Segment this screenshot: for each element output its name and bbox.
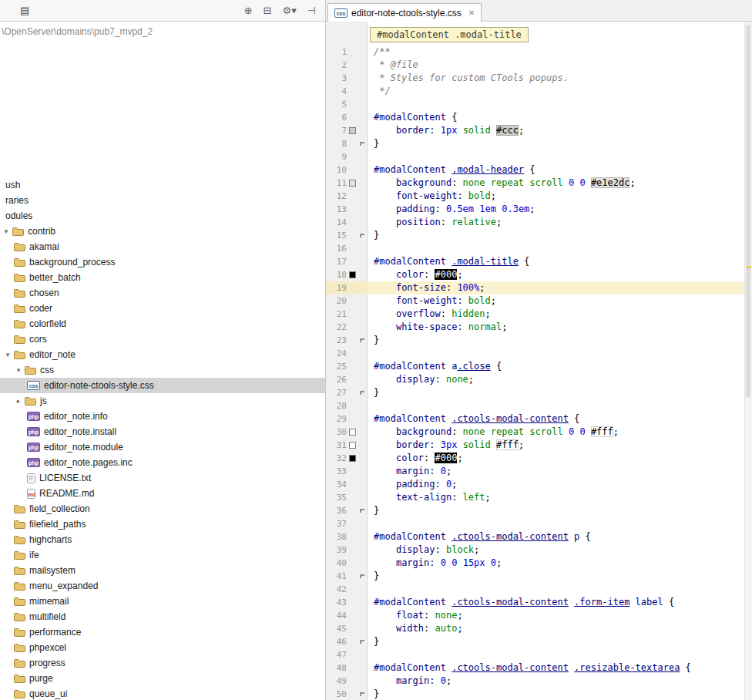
line-number[interactable]: 27: [326, 388, 347, 398]
tree-item-coder[interactable]: coder: [0, 301, 325, 316]
code-line[interactable]: 39 display: block;: [326, 544, 744, 557]
line-number[interactable]: 17: [326, 257, 347, 267]
gutter[interactable]: 31: [326, 439, 368, 452]
code-line[interactable]: 23}: [326, 334, 744, 347]
tree-item-js[interactable]: ▸js: [0, 393, 325, 409]
line-number[interactable]: 45: [326, 624, 347, 634]
line-number[interactable]: 28: [326, 401, 347, 411]
line-number[interactable]: 15: [326, 231, 347, 241]
line-number[interactable]: 23: [326, 335, 347, 345]
code-line[interactable]: 20 font-weight: bold;: [326, 294, 744, 308]
line-number[interactable]: 10: [326, 165, 347, 175]
code-line[interactable]: 15}: [326, 229, 744, 242]
tree-item-odules[interactable]: odules: [0, 208, 325, 224]
tree-item-editor-note-module[interactable]: phpeditor_note.module: [0, 439, 325, 455]
code-line[interactable]: 50}: [326, 688, 744, 700]
gutter[interactable]: 22: [326, 321, 368, 334]
gutter[interactable]: 19: [326, 281, 368, 294]
gutter[interactable]: 34: [326, 478, 368, 491]
code-line[interactable]: 19 font-size: 100%;: [326, 281, 744, 294]
tree-item-akamai[interactable]: akamai: [0, 239, 325, 254]
gutter[interactable]: 32: [326, 452, 368, 465]
code-line[interactable]: 13 padding: 0.5em 1em 0.3em;: [326, 203, 744, 216]
fold-marker-icon[interactable]: [360, 142, 364, 146]
code-line[interactable]: 37: [326, 517, 744, 530]
fold-marker-icon[interactable]: [360, 692, 364, 696]
line-number[interactable]: 36: [326, 506, 347, 516]
line-number[interactable]: 16: [326, 244, 347, 254]
code-line[interactable]: 3 * Styles for custom CTools popups.: [326, 72, 744, 85]
gutter[interactable]: 13: [326, 203, 368, 216]
code-line[interactable]: 5: [326, 98, 744, 111]
code-line[interactable]: 25#modalContent a.close {: [326, 360, 744, 373]
line-number[interactable]: 33: [326, 466, 347, 476]
tree-item-mimemail[interactable]: mimemail: [0, 594, 325, 609]
code-line[interactable]: 11 background: none repeat scroll 0 0 #e…: [326, 177, 744, 190]
code-line[interactable]: 34 padding: 0;: [326, 478, 744, 491]
code-line[interactable]: 48#modalContent .ctools-modal-content .r…: [326, 661, 744, 675]
fold-marker-icon[interactable]: [360, 574, 364, 578]
gutter[interactable]: 20: [326, 294, 368, 308]
gutter[interactable]: 48: [326, 661, 368, 675]
line-number[interactable]: 26: [326, 375, 347, 385]
tree-item-editor-note-info[interactable]: phpeditor_note.info: [0, 409, 325, 424]
gutter[interactable]: 8: [326, 137, 368, 150]
code-line[interactable]: 4 */: [326, 85, 744, 98]
line-number[interactable]: 12: [326, 191, 347, 201]
gutter[interactable]: 15: [326, 229, 368, 242]
fold-marker-icon[interactable]: [360, 391, 364, 395]
line-number[interactable]: 21: [326, 309, 347, 319]
fold-marker-icon[interactable]: [360, 640, 364, 644]
gutter[interactable]: 9: [326, 150, 368, 163]
code-line[interactable]: 38#modalContent .ctools-modal-content p …: [326, 530, 744, 544]
code-line[interactable]: 17#modalContent .modal-title {: [326, 255, 744, 268]
tree-item-ush[interactable]: ush: [0, 177, 325, 193]
gutter[interactable]: 6: [326, 111, 368, 124]
code-line[interactable]: 18 color: #000;: [326, 268, 744, 281]
color-swatch[interactable]: [350, 128, 355, 133]
line-number[interactable]: 46: [326, 637, 347, 647]
tree-item-css[interactable]: ▾css: [0, 362, 325, 378]
line-number[interactable]: 1: [326, 47, 347, 57]
code-line[interactable]: 24: [326, 347, 744, 360]
line-number[interactable]: 8: [326, 139, 347, 149]
editor-area[interactable]: 1/**2 * @file3 * Styles for custom CTool…: [326, 22, 752, 700]
collapse-arrow-icon[interactable]: ▾: [14, 366, 23, 374]
gutter[interactable]: 12: [326, 190, 368, 203]
tree-item-field-collection[interactable]: field_collection: [0, 501, 325, 517]
gutter[interactable]: 23: [326, 334, 368, 347]
locate-file-icon[interactable]: ⊕: [244, 5, 253, 15]
gutter[interactable]: 35: [326, 491, 368, 504]
code-line[interactable]: 46}: [326, 635, 744, 648]
line-number[interactable]: 7: [326, 126, 347, 136]
tab-close-icon[interactable]: ✕: [468, 8, 475, 17]
code-line[interactable]: 10#modalContent .modal-header {: [326, 163, 744, 177]
code-line[interactable]: 29#modalContent .ctools-modal-content {: [326, 412, 744, 426]
tree-item-performance[interactable]: performance: [0, 624, 325, 640]
code-line[interactable]: 47: [326, 648, 744, 661]
line-number[interactable]: 44: [326, 611, 347, 621]
tree-item-mailsystem[interactable]: mailsystem: [0, 563, 325, 578]
code-line[interactable]: 1/**: [326, 45, 744, 59]
code-line[interactable]: 31 border: 3px solid #fff;: [326, 439, 744, 452]
gutter[interactable]: 46: [326, 635, 368, 648]
gutter[interactable]: 24: [326, 347, 368, 360]
gutter[interactable]: 2: [326, 59, 368, 72]
gutter[interactable]: 3: [326, 72, 368, 85]
line-number[interactable]: 40: [326, 558, 347, 568]
fold-marker-icon[interactable]: [360, 338, 364, 342]
line-number[interactable]: 43: [326, 597, 347, 607]
line-number[interactable]: 30: [326, 427, 347, 437]
tree-item-ife[interactable]: ife: [0, 547, 325, 563]
color-swatch[interactable]: [350, 429, 355, 435]
line-number[interactable]: 6: [326, 113, 347, 123]
code-line[interactable]: 49 margin: 0;: [326, 675, 744, 688]
gutter[interactable]: 4: [326, 85, 368, 98]
gutter[interactable]: 33: [326, 465, 368, 478]
code-line[interactable]: 14 position: relative;: [326, 216, 744, 229]
gutter[interactable]: 49: [326, 675, 368, 688]
tree-item-progress[interactable]: progress: [0, 655, 325, 671]
line-number[interactable]: 35: [326, 493, 347, 503]
color-swatch[interactable]: [350, 456, 355, 461]
gutter[interactable]: 18: [326, 268, 368, 281]
